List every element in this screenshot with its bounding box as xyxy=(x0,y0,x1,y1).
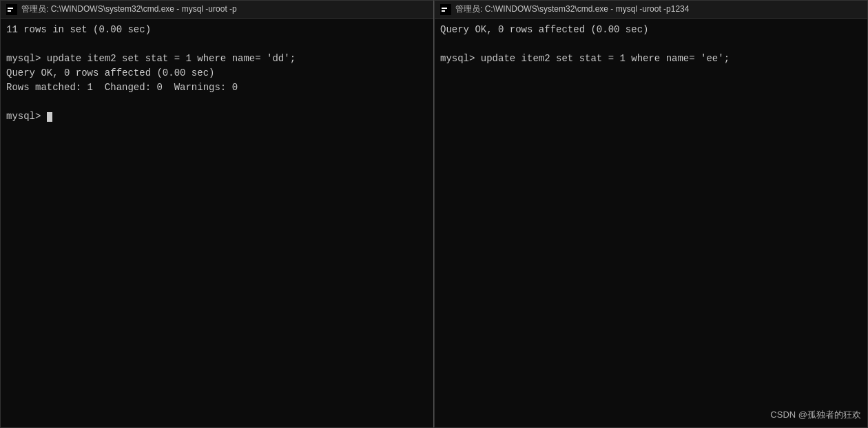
terminal-window-right[interactable]: 管理员: C:\WINDOWS\system32\cmd.exe - mysql… xyxy=(434,0,868,428)
terminal-line: Rows matched: 1 Changed: 0 Warnings: 0 xyxy=(6,81,428,95)
terminal-content-left[interactable]: 11 rows in set (0.00 sec) mysql> update … xyxy=(1,19,433,427)
title-text-left: 管理员: C:\WINDOWS\system32\cmd.exe - mysql… xyxy=(21,3,237,15)
svg-rect-0 xyxy=(6,4,17,15)
terminal-line: Query OK, 0 rows affected (0.00 sec) xyxy=(6,66,428,81)
terminal-line xyxy=(440,37,862,52)
terminal-line: mysql> update item2 set stat = 1 where n… xyxy=(440,52,862,66)
terminal-window-left[interactable]: 管理员: C:\WINDOWS\system32\cmd.exe - mysql… xyxy=(0,0,434,428)
terminal-line: mysql> update item2 set stat = 1 where n… xyxy=(6,52,428,66)
terminal-line: 11 rows in set (0.00 sec) xyxy=(6,23,428,37)
svg-rect-5 xyxy=(442,10,445,12)
cursor-blink xyxy=(47,112,52,122)
svg-rect-4 xyxy=(442,8,447,9)
watermark: CSDN @孤独者的狂欢 xyxy=(770,409,861,421)
terminal-windows-container: 管理员: C:\WINDOWS\system32\cmd.exe - mysql… xyxy=(0,0,868,428)
terminal-content-right[interactable]: Query OK, 0 rows affected (0.00 sec) mys… xyxy=(435,19,867,427)
terminal-cursor-line: mysql> xyxy=(6,109,428,124)
terminal-line xyxy=(6,37,428,52)
svg-rect-3 xyxy=(440,4,451,15)
title-text-right: 管理员: C:\WINDOWS\system32\cmd.exe - mysql… xyxy=(455,3,689,15)
terminal-line: Query OK, 0 rows affected (0.00 sec) xyxy=(440,23,862,37)
terminal-line xyxy=(6,95,428,109)
cmd-icon-right xyxy=(440,4,451,15)
cmd-icon-left xyxy=(6,4,17,15)
title-bar-right: 管理员: C:\WINDOWS\system32\cmd.exe - mysql… xyxy=(435,1,867,19)
title-bar-left: 管理员: C:\WINDOWS\system32\cmd.exe - mysql… xyxy=(1,1,433,19)
svg-rect-1 xyxy=(8,8,13,9)
svg-rect-2 xyxy=(8,10,11,12)
